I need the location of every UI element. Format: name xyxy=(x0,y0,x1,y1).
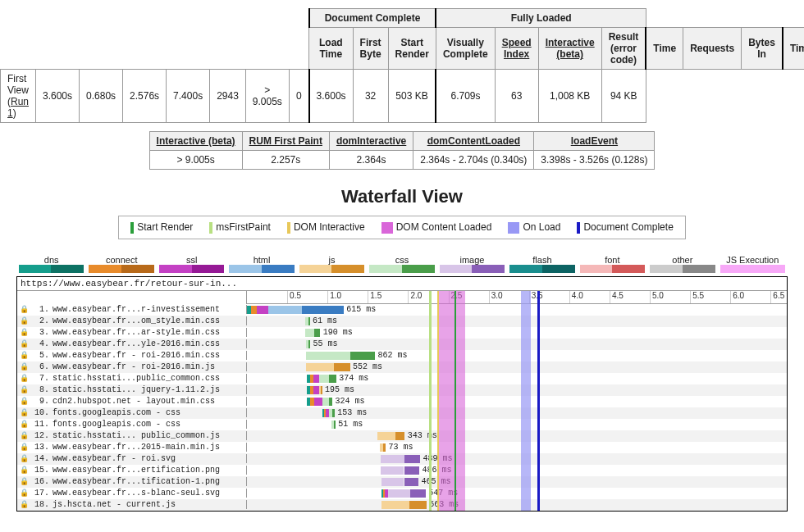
lock-icon: 🔒 xyxy=(20,374,29,383)
duration-label: 547 ms xyxy=(428,489,458,498)
legend-item: DOM Interactive xyxy=(281,220,372,235)
duration-label: 615 ms xyxy=(346,305,376,314)
duration-label: 73 ms xyxy=(389,443,413,452)
lock-icon: 🔒 xyxy=(20,305,29,314)
lock-icon: 🔒 xyxy=(20,454,29,463)
col-header: Interactive (beta) xyxy=(149,132,242,151)
duration-label: 190 ms xyxy=(323,328,353,337)
col-header: Speed Index xyxy=(495,28,538,70)
type-legend-item: ssl xyxy=(159,255,224,273)
cell: 2.364s xyxy=(329,151,413,170)
type-legend-item: js xyxy=(299,255,364,273)
cell: 3.600s xyxy=(36,70,80,123)
col-header: Bytes In xyxy=(742,28,783,70)
type-legend-item: image xyxy=(440,255,505,273)
duration-label: 552 ms xyxy=(353,362,382,371)
lock-icon: 🔒 xyxy=(20,316,29,325)
cell: 0 xyxy=(289,70,308,123)
col-header: Interactive (beta) xyxy=(538,28,601,70)
legend-item: msFirstPaint xyxy=(203,220,277,235)
legend-item: DOM Content Loaded xyxy=(375,220,499,235)
duration-label: 489 ms xyxy=(423,454,452,463)
waterfall-row[interactable]: 🔒2.www.easybear.fr...om_style.min.css61 … xyxy=(17,316,787,327)
type-legend-item: css xyxy=(369,255,434,273)
event-legend: Start RendermsFirstPaintDOM InteractiveD… xyxy=(118,216,686,239)
type-legend-item: JS Execution xyxy=(720,255,785,273)
cell: 2.576s xyxy=(123,70,167,123)
lock-icon: 🔒 xyxy=(20,397,29,406)
type-legend-item: flash xyxy=(509,255,574,273)
cell: 94 KB xyxy=(601,70,646,123)
waterfall-row[interactable]: 🔒18.js.hscta.net - current.js563 ms xyxy=(17,499,787,511)
waterfall-row[interactable]: 🔒5.www.easybear.fr - roi-2016.min.css862… xyxy=(17,350,787,361)
lock-icon: 🔒 xyxy=(20,328,29,337)
lock-icon: 🔒 xyxy=(20,431,29,440)
cell: 503 KB xyxy=(388,70,436,123)
waterfall-row[interactable]: 🔒6.www.easybear.fr - roi-2016.min.js552 … xyxy=(17,361,787,373)
lock-icon: 🔒 xyxy=(20,500,29,509)
waterfall-row[interactable]: 🔒11.fonts.googleapis.com - css51 ms xyxy=(17,419,787,430)
col-header: Time xyxy=(783,28,804,70)
waterfall-row[interactable]: 🔒15.www.easybear.fr...ertification.png48… xyxy=(17,465,787,476)
type-legend: dnsconnectsslhtmljscssimageflashfontothe… xyxy=(0,252,804,276)
lock-icon: 🔒 xyxy=(20,443,29,452)
waterfall-row[interactable]: 🔒17.www.easybear.fr...s-blanc-seul.svg54… xyxy=(17,488,787,499)
fully-loaded-group: Fully Loaded xyxy=(436,9,646,28)
duration-label: 51 ms xyxy=(338,420,363,429)
cell: 3.600s xyxy=(309,70,354,123)
waterfall-chart: https://www.easybear.fr/retour-sur-in...… xyxy=(16,276,788,512)
col-header: Visually Complete xyxy=(436,28,495,70)
lock-icon: 🔒 xyxy=(20,489,29,498)
lock-icon: 🔒 xyxy=(20,408,29,417)
cell: 6.709s xyxy=(436,70,495,123)
cell: 0.680s xyxy=(80,70,123,123)
duration-label: 486 ms xyxy=(422,466,451,475)
waterfall-row[interactable]: 🔒10.fonts.googleapis.com - css153 ms xyxy=(17,407,787,419)
waterfall-row[interactable]: 🔒3.www.easybear.fr...ar-style.min.css190… xyxy=(17,327,787,339)
duration-label: 55 ms xyxy=(313,339,337,348)
waterfall-row[interactable]: 🔒1.www.easybear.fr...r-investissement615… xyxy=(17,304,787,316)
first-view-label: First View (Run 1) xyxy=(1,70,36,123)
waterfall-row[interactable]: 🔒8.static.hsstati... jquery-1.11.2.js195… xyxy=(17,384,787,396)
legend-item: Start Render xyxy=(124,220,199,235)
col-header: domInteractive xyxy=(329,132,413,151)
legend-item: On Load xyxy=(501,220,567,235)
col-header: loadEvent xyxy=(534,132,655,151)
col-header: RUM First Paint xyxy=(242,132,329,151)
lock-icon: 🔒 xyxy=(20,339,29,348)
type-legend-item: font xyxy=(580,255,645,273)
cell: > 9.005s xyxy=(149,151,242,170)
duration-label: 374 ms xyxy=(339,374,368,383)
duration-label: 465 ms xyxy=(421,477,450,486)
col-header: First Byte xyxy=(353,28,388,70)
duration-label: 153 ms xyxy=(337,408,367,417)
waterfall-row[interactable]: 🔒7.static.hsstati...public_common.css374… xyxy=(17,373,787,384)
waterfall-row[interactable]: 🔒9.cdn2.hubspot.net - layout.min.css324 … xyxy=(17,396,787,407)
type-legend-item: other xyxy=(650,255,715,273)
cell: 2.257s xyxy=(242,151,329,170)
type-legend-item: html xyxy=(229,255,294,273)
chart-url: https://www.easybear.fr/retour-sur-in... xyxy=(17,277,787,291)
duration-label: 563 ms xyxy=(429,500,459,509)
waterfall-row[interactable]: 🔒4.www.easybear.fr...yle-2016.min.css55 … xyxy=(17,339,787,350)
cell: 32 xyxy=(353,70,388,123)
col-header: Start Render xyxy=(388,28,436,70)
type-legend-item: dns xyxy=(19,255,84,273)
cell: 2.364s - 2.704s (0.340s) xyxy=(413,151,534,170)
doc-complete-group: Document Complete xyxy=(309,9,436,28)
duration-label: 195 ms xyxy=(325,385,354,394)
waterfall-row[interactable]: 🔒14.www.easybear.fr - roi.svg489 ms xyxy=(17,453,787,465)
duration-label: 343 ms xyxy=(408,431,437,440)
duration-label: 61 ms xyxy=(313,316,337,325)
waterfall-row[interactable]: 🔒13.www.easybear.fr...2015-main.min.js73… xyxy=(17,442,787,453)
waterfall-row[interactable]: 🔒12.static.hsstati... public_common.js34… xyxy=(17,430,787,442)
lock-icon: 🔒 xyxy=(20,385,29,394)
legend-item: Document Complete xyxy=(570,220,679,235)
cell: 63 xyxy=(495,70,538,123)
run-link[interactable]: Run 1 xyxy=(7,96,29,119)
waterfall-row[interactable]: 🔒16.www.easybear.fr...tification-1.png46… xyxy=(17,476,787,488)
col-header: Load Time xyxy=(309,28,354,70)
timeline-axis: 0.51.01.52.02.53.03.54.04.55.05.56.06.5 xyxy=(247,291,787,304)
lock-icon: 🔒 xyxy=(20,420,29,429)
col-header: Result (error code) xyxy=(601,28,646,70)
